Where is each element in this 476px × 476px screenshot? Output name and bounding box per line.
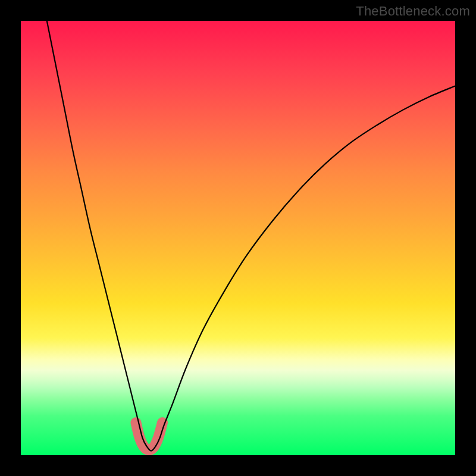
chart-frame: TheBottleneck.com [0,0,476,476]
watermark-text: TheBottleneck.com [356,4,470,19]
bottleneck-curve [47,21,455,451]
plot-area [21,21,455,455]
curve-layer [21,21,455,455]
